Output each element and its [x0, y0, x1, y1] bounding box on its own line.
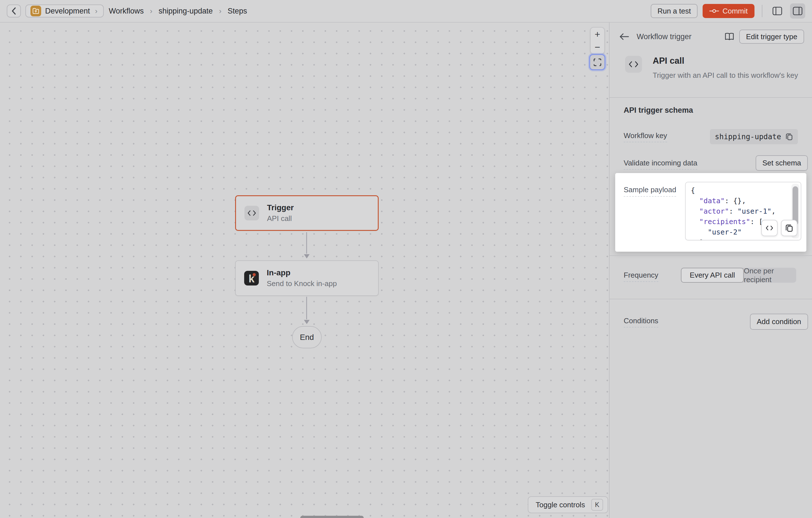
frequency-option-every-api-call[interactable]: Every API call [681, 268, 744, 283]
schema-section-title: API trigger schema [624, 106, 693, 115]
open-code-editor-button[interactable] [761, 220, 778, 236]
environment-label: Development [45, 7, 90, 16]
copy-icon [785, 224, 793, 232]
breadcrumb-workflow-key[interactable]: shipping-update [158, 7, 212, 16]
section-divider [610, 255, 812, 256]
workflow-canvas[interactable]: + − Trigger API call k In-app Send to Kn… [0, 23, 609, 518]
environment-switcher[interactable]: Development › [25, 4, 104, 18]
copy-payload-button[interactable] [781, 220, 798, 236]
node-title: In-app [267, 268, 337, 277]
add-condition-button[interactable]: Add condition [750, 314, 808, 330]
breadcrumb-steps[interactable]: Steps [228, 7, 247, 16]
sample-payload-spotlight: Sample payload { "data": {}, "actor": "u… [615, 173, 806, 252]
run-a-test-button[interactable]: Run a test [651, 4, 698, 18]
edit-trigger-type-button[interactable]: Edit trigger type [739, 30, 804, 44]
knock-logo-icon: k [244, 271, 259, 285]
panel-title: Workflow trigger [637, 32, 692, 41]
hidden-dock-peek[interactable] [300, 516, 364, 518]
sample-payload-label: Sample payload [624, 185, 676, 197]
fit-view-icon [593, 58, 601, 66]
code-icon [244, 206, 259, 220]
node-trigger[interactable]: Trigger API call [235, 195, 379, 231]
book-icon [725, 33, 734, 40]
frequency-segmented-control: Every API call Once per recipient [681, 268, 796, 283]
chevron-right-icon: › [94, 7, 99, 16]
toggle-controls-button[interactable]: Toggle controls K [528, 496, 608, 513]
workflow-key-label: Workflow key [624, 131, 667, 142]
arrow-left-icon [619, 33, 629, 40]
section-divider [610, 299, 812, 299]
editor-scrollbar-thumb[interactable] [792, 186, 798, 225]
copy-workflow-key-button[interactable] [785, 133, 793, 141]
fit-view-button[interactable] [589, 54, 605, 70]
code-icon [766, 225, 773, 231]
validate-incoming-data-label: Validate incoming data [624, 159, 697, 170]
zoom-out-button[interactable]: − [591, 40, 604, 54]
code-icon [625, 56, 642, 73]
toggle-left-panel-button[interactable] [770, 3, 785, 19]
trigger-type-description: Trigger with an API call to this workflo… [653, 71, 798, 80]
toolbar-divider [762, 5, 762, 17]
back-button[interactable] [7, 4, 21, 18]
breadcrumb-workflows[interactable]: Workflows [109, 7, 144, 16]
keyboard-shortcut-badge: K [591, 499, 603, 511]
chevron-left-icon [11, 7, 17, 15]
panel-right-icon [793, 7, 803, 15]
node-subtitle: Send to Knock in-app [267, 279, 337, 288]
frequency-option-once-per-recipient[interactable]: Once per recipient [744, 268, 796, 283]
toggle-right-panel-button[interactable] [790, 3, 805, 19]
breadcrumb: Workflows › shipping-update › Steps [109, 7, 247, 16]
copy-icon [785, 133, 793, 141]
panel-left-icon [773, 7, 782, 15]
panel-back-button[interactable] [619, 33, 629, 40]
zoom-controls: + − [590, 27, 605, 54]
trigger-type-title: API call [653, 56, 798, 66]
commit-icon [709, 9, 719, 13]
workflow-key-value: shipping-update [715, 132, 781, 141]
folder-icon [30, 6, 41, 17]
section-divider [610, 97, 812, 98]
node-end[interactable]: End [292, 326, 322, 348]
edge-arrowhead [304, 254, 310, 258]
node-title: Trigger [267, 203, 294, 212]
docs-button[interactable] [725, 33, 734, 40]
commit-button[interactable]: Commit [703, 4, 754, 18]
chevron-right-icon: › [218, 7, 223, 16]
node-subtitle: API call [267, 214, 294, 223]
workflow-trigger-panel: Workflow trigger Edit trigger type API c… [609, 23, 812, 518]
chevron-right-icon: › [149, 7, 154, 16]
panel-header: Workflow trigger Edit trigger type [610, 23, 812, 51]
node-in-app[interactable]: k In-app Send to Knock in-app [235, 261, 379, 296]
top-bar: Development › Workflows › shipping-updat… [0, 0, 812, 23]
frequency-label: Frequency [624, 271, 658, 282]
edge-inapp-to-end [306, 297, 307, 319]
conditions-label: Conditions [624, 316, 658, 328]
edge-trigger-to-inapp [306, 232, 307, 254]
zoom-in-button[interactable]: + [591, 28, 604, 40]
set-schema-button[interactable]: Set schema [756, 155, 808, 171]
trigger-type-summary: API call Trigger with an API call to thi… [625, 56, 798, 80]
workflow-key-value-pill: shipping-update [710, 129, 798, 144]
edge-arrowhead [304, 320, 310, 324]
